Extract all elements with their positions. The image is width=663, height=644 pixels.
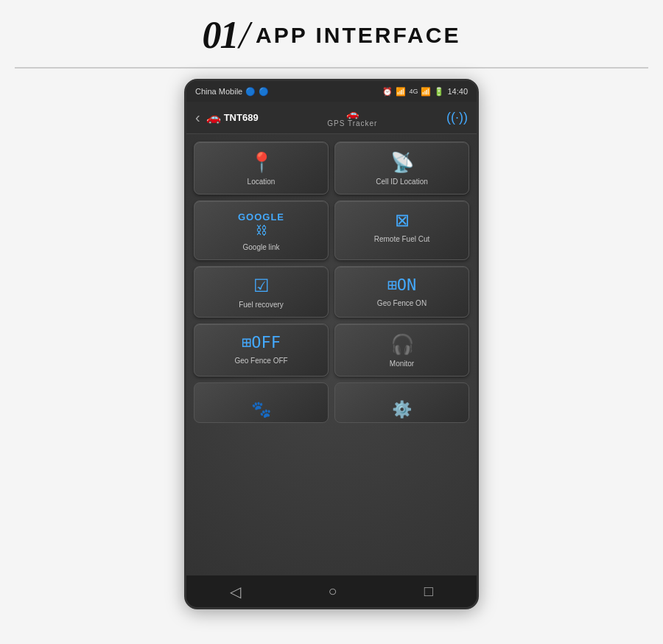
page-header: 01 / APP INTERFACE xyxy=(0,0,663,67)
partial-icon-2: ⚙️ xyxy=(392,402,412,418)
monitor-button[interactable]: 🎧 Monitor xyxy=(334,323,469,377)
status-right: ⏰ 📶 4G 📶 🔋 14:40 xyxy=(382,87,468,97)
nav-bar: ‹ 🚗 TNT689 🚗 GPS Tracker ((·)) xyxy=(186,102,477,134)
device-info: 🚗 TNT689 xyxy=(206,111,259,125)
signal-icon: 📶 xyxy=(421,87,431,97)
geo-fence-off-label: Geo Fence OFF xyxy=(234,357,287,365)
geo-fence-off-button[interactable]: ⊞OFF Geo Fence OFF xyxy=(194,323,329,377)
cell-id-icon: 📡 xyxy=(390,153,414,172)
geo-fence-off-icon: ⊞OFF xyxy=(242,335,281,351)
gps-label: GPS Tracker xyxy=(327,119,377,127)
google-text: GOOGLE xyxy=(238,211,284,223)
4g-icon: 4G xyxy=(409,88,418,95)
carrier-icon1: 🔵 xyxy=(245,87,256,97)
content-area: 📍 Location 📡 Cell ID Location GOOGLE ⛓ G… xyxy=(186,134,477,575)
location-button[interactable]: 📍 Location xyxy=(194,141,329,195)
nav-recent-button[interactable]: □ xyxy=(410,577,448,606)
status-left: China Mobile 🔵 🔵 xyxy=(195,87,269,97)
time-text: 14:40 xyxy=(447,87,468,96)
btn-row-5-partial: 🐾 ⚙️ xyxy=(194,382,469,423)
carrier-icon2: 🔵 xyxy=(259,87,269,97)
device-name: TNT689 xyxy=(224,112,259,123)
nav-back-button[interactable]: ◁ xyxy=(215,577,256,606)
google-link-icon: GOOGLE ⛓ xyxy=(238,211,284,237)
nav-home-button[interactable]: ○ xyxy=(313,577,351,606)
partial-icon-1: 🐾 xyxy=(251,402,271,418)
section-slash: / xyxy=(239,13,250,57)
gps-car-icon: 🚗 xyxy=(346,108,359,119)
gps-logo: 🚗 GPS Tracker xyxy=(327,108,377,127)
remote-fuel-label: Remote Fuel Cut xyxy=(374,235,430,244)
device-icon: 🚗 xyxy=(206,111,221,125)
section-number: 01 xyxy=(203,16,238,55)
cell-id-label: Cell ID Location xyxy=(376,178,428,186)
nav-center: 🚗 GPS Tracker xyxy=(259,108,446,127)
location-label: Location xyxy=(248,178,276,186)
bottom-nav: ◁ ○ □ xyxy=(186,575,477,607)
geo-fence-on-label: Geo Fence ON xyxy=(377,299,427,308)
remote-fuel-cut-button[interactable]: ⊠ Remote Fuel Cut xyxy=(334,200,469,260)
monitor-label: Monitor xyxy=(390,360,414,368)
carrier-text: China Mobile xyxy=(195,87,242,96)
google-link-label: Google link xyxy=(242,243,279,252)
divider xyxy=(15,67,648,69)
geo-fence-on-icon: ⊞ON xyxy=(387,277,417,293)
wifi-icon: 📶 xyxy=(396,87,406,97)
partial-btn-1[interactable]: 🐾 xyxy=(194,382,329,423)
btn-row-1: 📍 Location 📡 Cell ID Location xyxy=(194,141,469,195)
fuel-recovery-icon: ☑ xyxy=(253,277,270,295)
geo-fence-on-button[interactable]: ⊞ON Geo Fence ON xyxy=(334,266,469,318)
alarm-icon: ⏰ xyxy=(382,87,393,97)
fuel-recovery-label: Fuel recovery xyxy=(239,301,284,309)
remote-fuel-icon: ⊠ xyxy=(395,211,410,229)
partial-btn-2[interactable]: ⚙️ xyxy=(334,382,469,423)
btn-row-2: GOOGLE ⛓ Google link ⊠ Remote Fuel Cut xyxy=(194,200,469,260)
google-chain-icon: ⛓ xyxy=(256,224,267,237)
page-title: APP INTERFACE xyxy=(256,23,461,48)
fuel-recovery-button[interactable]: ☑ Fuel recovery xyxy=(194,266,329,318)
btn-row-3: ☑ Fuel recovery ⊞ON Geo Fence ON xyxy=(194,266,469,318)
google-link-button[interactable]: GOOGLE ⛓ Google link xyxy=(194,200,329,260)
status-bar: China Mobile 🔵 🔵 ⏰ 📶 4G 📶 🔋 14:40 xyxy=(186,81,477,102)
btn-row-4: ⊞OFF Geo Fence OFF 🎧 Monitor xyxy=(194,323,469,377)
location-icon: 📍 xyxy=(250,153,273,172)
back-button[interactable]: ‹ xyxy=(195,109,200,126)
battery-icon: 🔋 xyxy=(434,87,444,97)
nav-signal-icon: ((·)) xyxy=(446,110,468,125)
phone-wrapper: China Mobile 🔵 🔵 ⏰ 📶 4G 📶 🔋 14:40 ‹ 🚗 TN… xyxy=(0,79,663,609)
phone-frame: China Mobile 🔵 🔵 ⏰ 📶 4G 📶 🔋 14:40 ‹ 🚗 TN… xyxy=(184,79,479,609)
monitor-icon: 🎧 xyxy=(390,335,414,354)
cell-id-location-button[interactable]: 📡 Cell ID Location xyxy=(334,141,469,195)
